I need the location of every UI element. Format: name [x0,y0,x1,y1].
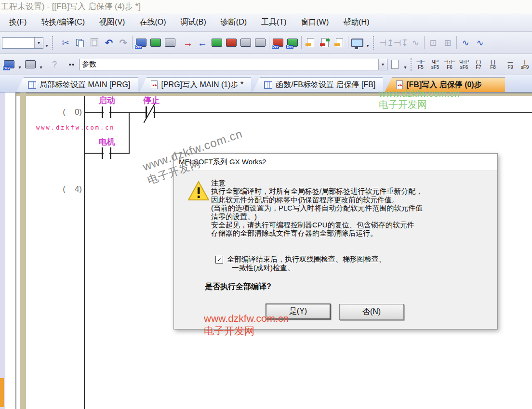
chevron-down-icon[interactable]: ▾ [38,58,44,71]
sampling-trace-button[interactable]: ∿ [458,36,473,50]
pulse-test-button[interactable]: ∿ [408,36,423,50]
device-combo[interactable]: ▾ [2,37,43,49]
find-combo[interactable]: 参数 ▾ [79,59,387,70]
cut-button[interactable]: ✂ [58,36,73,50]
device-zoom-button[interactable] [23,57,38,72]
chevron-down-icon[interactable]: ▾ [378,59,387,70]
contact-bar [154,106,155,118]
dialog-titlebar[interactable]: MELSOFT系列 GX Works2 [174,154,497,171]
tab-local-label-main[interactable]: 局部标签设置 MAIN [PRG] [16,77,138,92]
window-title: 工程未设置) - [[FB]写入 启保停 (4)步 *] [0,0,532,13]
tab-prg-write-main[interactable]: ◄► [PRG]写入 MAIN (1)步 * [139,77,251,92]
branch-vertical-wire [129,112,130,154]
pc-connection-button[interactable] [350,36,364,50]
docked-panel-marker [0,378,4,407]
menu-online[interactable]: 在线(O) [132,13,173,31]
ladder-coil-button[interactable]: ( )F7 [471,56,486,73]
menu-tools[interactable]: 工具(T) [254,13,293,31]
doc-batch-button[interactable] [332,36,346,50]
ladder-open-branch-button[interactable]: ⊣↑⊢F6 [442,56,457,73]
toolbar-grip[interactable] [52,36,56,50]
device-test-on-icon: ⊣↥ [379,39,394,47]
separator [424,36,425,49]
document-tab-bar: 局部标签设置 MAIN [PRG] ◄► [PRG]写入 MAIN (1)步 *… [0,75,532,92]
help-button[interactable]: ? [47,57,62,72]
device-test-on-button[interactable]: ⊣↥ [379,36,394,50]
ladder-hline-button[interactable]: —F9 [503,56,518,73]
contact-find-button[interactable] [148,36,163,50]
redo-button[interactable]: ↷ [116,36,131,50]
read-from-plc-button[interactable]: ← [195,36,210,50]
contact-bar [102,147,103,159]
check-after-compile-option: ✓ 全部编译结束后，执行双线圈检查、梯形图检查、 一致性(成对)检查。 [215,255,386,272]
monitor-stop-icon [226,39,237,47]
separator [301,36,302,49]
menu-view[interactable]: 视图(V) [92,13,132,31]
ladder-open-contact-button[interactable]: ⊣⊢F5 [413,56,428,73]
doc-find-button[interactable] [387,57,402,72]
monitor-start-button[interactable] [210,36,224,50]
toolbar-options-icon[interactable]: ▾ [43,36,50,50]
transfer-setup-icon [321,38,329,47]
contact-label: 电机 [99,136,115,147]
toolbar-grip[interactable] [411,58,412,71]
logging-button[interactable]: ∿ [473,36,487,50]
monitor-start-icon [212,39,222,47]
buffer-monitor-button[interactable]: ⊞ [440,36,455,50]
toolbar-overflow-icon[interactable]: ▾ [364,36,371,50]
checkbox-checked[interactable]: ✓ [215,256,223,264]
separator [179,36,179,49]
contact-bar [110,106,111,118]
contact-find-icon [150,39,161,47]
device-find-button[interactable]: Dev [134,36,148,50]
cut-icon: ✂ [62,39,69,47]
editor-frame [16,93,532,96]
instruction-find-button[interactable] [163,36,177,50]
editor-frame [20,92,26,409]
menu-convert-compile[interactable]: 转换/编译(C) [34,13,92,31]
copy-button[interactable] [73,36,87,50]
ladder-close-contact-button[interactable]: ЧРsF5 [428,56,442,73]
menu-file[interactable]: 换(F) [2,13,34,31]
device-monitor-start-button[interactable]: Dev [285,36,300,50]
menu-help[interactable]: 帮助(H) [336,13,376,31]
separator [132,36,133,49]
chevron-down-icon[interactable]: ▾ [16,58,23,71]
write-to-plc-button[interactable]: → [181,36,195,50]
verify-button[interactable] [303,36,318,50]
write-to-plc-icon: → [183,38,193,48]
ladder-vline-button[interactable]: |sF9 [518,56,532,73]
menu-diagnostics[interactable]: 诊断(D) [213,13,254,31]
toolbar-overflow-icon[interactable]: ▾ [402,58,409,71]
monitor-write-mode-icon [255,39,266,47]
chevron-down-icon[interactable]: ▾ [34,38,43,48]
tab-fb-label-settings[interactable]: 函数/FB标签设置 启保停 [FB] [253,77,383,92]
find-toolbar: Dev ▾ ▾ ? ●● 参数 ▾ ▾ ⊣⊢F5 ЧРsF5 ⊣↑⊢F6 Ч↑Р… [0,54,532,75]
contact-bar [110,147,111,159]
undo-icon: ↶ [105,38,113,48]
transfer-setup-button[interactable] [318,36,332,50]
yes-button[interactable]: 是(Y) [266,303,331,319]
toolbar-grip[interactable] [373,36,377,50]
monitor-write-mode-button[interactable] [253,36,267,50]
ladder-instruction-button[interactable]: { }F8 [486,56,500,73]
device-test-off-button[interactable]: ⊣↧ [394,36,408,50]
menu-window[interactable]: 窗口(W) [294,13,336,31]
device-display-button[interactable]: Dev [2,57,16,72]
contact-label: 启动 [99,95,115,106]
copy-icon [76,39,84,47]
paste-button[interactable] [87,36,102,50]
editor-frame [15,92,16,409]
find-button[interactable]: ●● [65,57,79,72]
tab-fb-write-active[interactable]: ◄► [FB]写入 启保停 (0)步 [385,77,505,92]
ladder-close-branch-button[interactable]: Ч↑РsF6 [457,56,471,73]
menu-debug[interactable]: 调试(B) [173,13,213,31]
monitor-stop-button[interactable] [224,36,239,50]
undo-button[interactable]: ↶ [102,36,116,50]
no-button[interactable]: 否(N) [339,304,404,320]
monitor-mode-button[interactable] [239,36,253,50]
compile-confirm-dialog: MELSOFT系列 GX Works2 注意 执行全部编译时，对所有全局标签/局… [173,153,498,330]
device-monitor-stop-button[interactable]: Dev [271,36,285,50]
rung-number-4: ( 4) [48,185,82,194]
watch-window-button[interactable]: ⊡ [426,36,440,50]
